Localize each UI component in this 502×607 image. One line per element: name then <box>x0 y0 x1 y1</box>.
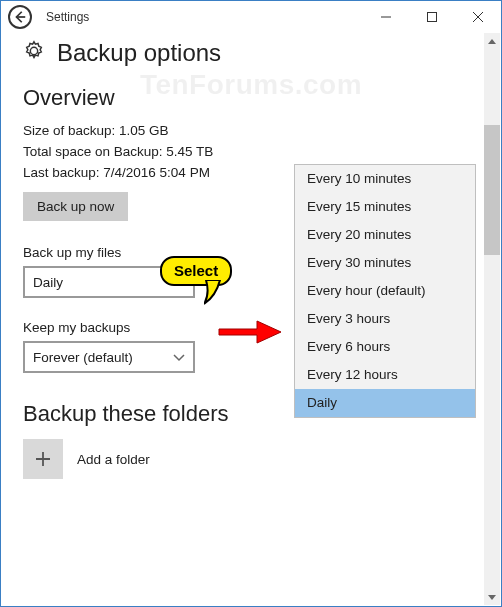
chevron-down-icon <box>173 350 185 365</box>
page-title: Backup options <box>57 39 221 67</box>
overview-heading: Overview <box>23 85 479 111</box>
annotation-arrow <box>217 319 283 349</box>
keep-backups-select[interactable]: Forever (default) <box>23 341 195 373</box>
backup-now-button[interactable]: Back up now <box>23 192 128 221</box>
dropdown-item[interactable]: Every 30 minutes <box>295 249 475 277</box>
dropdown-item[interactable]: Every 15 minutes <box>295 193 475 221</box>
arrow-right-icon <box>217 319 283 345</box>
window-controls <box>363 1 501 33</box>
backup-frequency-dropdown[interactable]: Every 10 minutes Every 15 minutes Every … <box>294 164 476 418</box>
minimize-button[interactable] <box>363 1 409 33</box>
backup-space: Total space on Backup: 5.45 TB <box>23 144 479 159</box>
add-folder-label: Add a folder <box>77 452 150 467</box>
chevron-down-icon <box>488 595 496 600</box>
window-title: Settings <box>46 10 89 24</box>
plus-icon <box>35 451 51 467</box>
add-folder-tile[interactable] <box>23 439 63 479</box>
annotation-callout: Select <box>160 256 232 286</box>
backup-files-value: Daily <box>33 275 63 290</box>
dropdown-item[interactable]: Every 10 minutes <box>295 165 475 193</box>
dropdown-item[interactable]: Every 12 hours <box>295 361 475 389</box>
backup-size: Size of backup: 1.05 GB <box>23 123 479 138</box>
back-button[interactable] <box>8 5 32 29</box>
maximize-icon <box>427 12 437 22</box>
arrow-left-icon <box>13 10 27 24</box>
dropdown-item[interactable]: Every 20 minutes <box>295 221 475 249</box>
dropdown-item[interactable]: Every 6 hours <box>295 333 475 361</box>
page-header: Backup options <box>23 39 479 67</box>
close-button[interactable] <box>455 1 501 33</box>
maximize-button[interactable] <box>409 1 455 33</box>
add-folder-row[interactable]: Add a folder <box>23 439 479 479</box>
gear-icon <box>23 40 45 66</box>
dropdown-item[interactable]: Every hour (default) <box>295 277 475 305</box>
minimize-icon <box>381 12 391 22</box>
close-icon <box>473 12 483 22</box>
titlebar: Settings <box>1 1 501 33</box>
svg-rect-0 <box>428 13 437 22</box>
keep-backups-value: Forever (default) <box>33 350 133 365</box>
dropdown-item[interactable]: Every 3 hours <box>295 305 475 333</box>
dropdown-item-selected[interactable]: Daily <box>295 389 475 417</box>
scroll-down-button[interactable] <box>484 589 500 605</box>
